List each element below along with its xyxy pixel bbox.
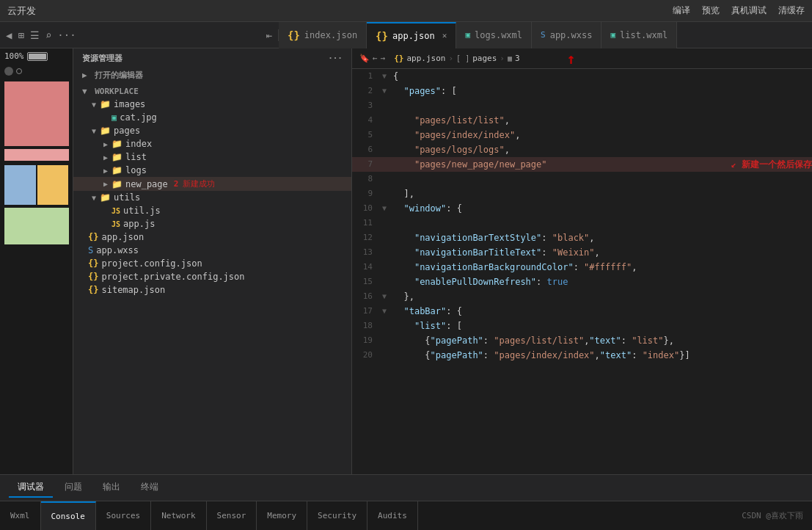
tree-item-utiljs[interactable]: JS util.js bbox=[73, 204, 351, 217]
tab-label: logs.wxml bbox=[475, 30, 522, 40]
code-line-13: 13 "navigationBarTitleText": "Weixin", bbox=[352, 245, 812, 260]
bottom-tab-debugger[interactable]: 调试器 bbox=[9, 478, 53, 498]
debug-tab-audits[interactable]: Audits bbox=[367, 501, 418, 530]
back-icon[interactable]: ◀ bbox=[6, 29, 12, 41]
more-icon[interactable]: ··· bbox=[328, 54, 343, 63]
code-line-19: 19 {"pagePath": "pages/list/list","text"… bbox=[352, 333, 812, 348]
arrow-annotation-up: ↑ bbox=[567, 50, 576, 68]
debug-tab-security[interactable]: Security bbox=[307, 501, 367, 530]
tree-item-index[interactable]: ▶ 📁 index bbox=[73, 137, 351, 150]
json-icon: {} bbox=[376, 30, 388, 42]
section-workplace: ▼ WORKPLACE bbox=[73, 85, 351, 98]
tab-app-wxss[interactable]: S app.wxss bbox=[532, 22, 601, 48]
search-icon[interactable]: ⌕ bbox=[45, 29, 51, 41]
code-line-7: 7 "pages/new_page/new_page" ↙ 新建一个然后保存 bbox=[352, 157, 812, 172]
more-icon[interactable]: ··· bbox=[57, 29, 76, 41]
preview-panel: 100% bbox=[0, 48, 73, 474]
action-clear[interactable]: 清缓存 bbox=[778, 4, 805, 17]
tree-item-sitemap[interactable]: {} sitemap.json bbox=[73, 283, 351, 297]
code-line-15: 15 "enablePullDownRefresh": true bbox=[352, 275, 812, 289]
tree-item-projectprivate[interactable]: {} project.private.config.json bbox=[73, 270, 351, 283]
folder-icon: 📁 bbox=[100, 192, 111, 203]
tab-app-json[interactable]: {} app.json ✕ bbox=[367, 22, 456, 48]
tree-item-appjson[interactable]: {} app.json bbox=[73, 230, 351, 244]
debug-tab-sensor[interactable]: Sensor bbox=[207, 501, 257, 530]
debug-bar: Wxml Console Sources Network Sensor Memo… bbox=[0, 501, 812, 530]
go-back-icon[interactable]: ⇤ bbox=[266, 29, 272, 41]
debug-tab-wxml[interactable]: Wxml bbox=[0, 501, 41, 530]
tree-item-new-page[interactable]: ▶ 📁 new_page 2 新建成功 bbox=[73, 177, 351, 191]
tabs-container: {} index.json {} app.json ✕ ▣ logs.wxml … bbox=[279, 22, 812, 48]
tree-item-appwxss[interactable]: S app.wxss bbox=[73, 244, 351, 257]
json-file-icon: {} bbox=[88, 285, 98, 295]
status-dots bbox=[0, 64, 73, 79]
bookmark-icon[interactable]: 🔖 bbox=[359, 54, 370, 63]
sidebar-header: 资源管理器 ··· bbox=[73, 48, 351, 68]
action-compile[interactable]: 编译 bbox=[673, 4, 690, 17]
step-annotation: 2 bbox=[174, 179, 179, 189]
nav-forward-icon[interactable]: → bbox=[381, 54, 386, 63]
bottom-tab-problems[interactable]: 问题 bbox=[56, 478, 91, 498]
breadcrumb-pages: pages bbox=[472, 54, 497, 63]
preview-block-green bbox=[4, 208, 69, 244]
action-preview[interactable]: 预览 bbox=[702, 4, 720, 17]
code-editor: 🔖 ← → {} app.json › [ ] pages › ▦ 3 ↑ 1 … bbox=[352, 48, 812, 474]
tree-item-utils[interactable]: ▼ 📁 utils bbox=[73, 191, 351, 204]
code-line-17: 17 ▼ "tabBar": { bbox=[352, 304, 812, 319]
code-line-12: 12 "navigationBarTextStyle": "black", bbox=[352, 230, 812, 245]
code-line-4: 4 "pages/list/list", bbox=[352, 113, 812, 128]
menu-icon[interactable]: ☰ bbox=[30, 29, 40, 41]
wxml-icon: ▣ bbox=[610, 30, 615, 40]
breadcrumb-icons: 🔖 ← → bbox=[359, 54, 385, 63]
debug-tab-memory[interactable]: Memory bbox=[257, 501, 307, 530]
breadcrumb-sep: › bbox=[448, 54, 453, 63]
preview-blocks bbox=[0, 164, 73, 206]
tab-list-wxml[interactable]: ▣ list.wxml bbox=[601, 22, 677, 48]
zoom-level: 100% bbox=[0, 48, 73, 64]
main-layout: 100% 资源管理器 ··· ▶ 打开的编辑器 bbox=[0, 48, 812, 474]
debug-tab-console[interactable]: Console bbox=[41, 501, 96, 530]
code-line-16: 16 ▼ }, bbox=[352, 289, 812, 304]
bottom-toolbar: 调试器 问题 输出 终端 bbox=[0, 474, 812, 501]
folder-arrow-icon: ▼ bbox=[88, 194, 100, 202]
app-title-area: 云开发 bbox=[7, 4, 36, 18]
nav-back-icon[interactable]: ← bbox=[373, 54, 378, 63]
tree-item-appjs[interactable]: JS app.js bbox=[73, 217, 351, 230]
debug-tab-network[interactable]: Network bbox=[151, 501, 206, 530]
wxss-icon: S bbox=[541, 30, 546, 40]
code-line-18: 18 "list": [ bbox=[352, 319, 812, 333]
code-line-14: 14 "navigationBarBackgroundColor": "#fff… bbox=[352, 260, 812, 275]
wxss-file-icon: S bbox=[88, 245, 93, 255]
folder-arrow-icon: ▶ bbox=[100, 180, 111, 188]
action-debug[interactable]: 真机调试 bbox=[731, 4, 767, 17]
debug-tab-sources[interactable]: Sources bbox=[96, 501, 151, 530]
tab-label: app.json bbox=[392, 31, 435, 41]
code-line-6: 6 "pages/logs/logs", bbox=[352, 142, 812, 157]
tree-item-images[interactable]: ▼ 📁 images bbox=[73, 98, 351, 111]
folder-icon: 📁 bbox=[111, 165, 122, 175]
split-icon[interactable]: ⊞ bbox=[18, 29, 23, 41]
bottom-tab-terminal[interactable]: 终端 bbox=[132, 478, 167, 498]
json-icon: {} bbox=[288, 29, 300, 41]
tree-item-pages[interactable]: ▼ 📁 pages bbox=[73, 124, 351, 137]
tab-index-json[interactable]: {} index.json bbox=[279, 22, 367, 48]
sidebar-content: ▶ 打开的编辑器 ▼ WORKPLACE ▼ 📁 images ▣ cat.jp… bbox=[73, 68, 351, 474]
arrow-down-annotation: ↙ 新建一个然后保存 bbox=[731, 157, 812, 172]
bottom-tab-output[interactable]: 输出 bbox=[94, 478, 129, 498]
tree-item-projectconfig[interactable]: {} project.config.json bbox=[73, 257, 351, 270]
tree-item-catjpg[interactable]: ▣ cat.jpg bbox=[73, 111, 351, 124]
folder-icon: 📁 bbox=[111, 179, 122, 189]
section-open-editors: ▶ 打开的编辑器 bbox=[73, 68, 351, 82]
tab-close-icon[interactable]: ✕ bbox=[442, 31, 447, 40]
preview-block-blue bbox=[4, 165, 36, 205]
tree-item-list[interactable]: ▶ 📁 list bbox=[73, 150, 351, 164]
tree-item-logs[interactable]: ▶ 📁 logs bbox=[73, 164, 351, 177]
folder-icon: 📁 bbox=[100, 126, 111, 136]
code-area[interactable]: 1 ▼ { 2 ▼ "pages": [ 3 4 "pages/list/lis… bbox=[352, 69, 812, 474]
tab-logs-wxml[interactable]: ▣ logs.wxml bbox=[456, 22, 532, 48]
code-line-11: 11 bbox=[352, 216, 812, 230]
folder-arrow-icon: ▶ bbox=[100, 167, 111, 175]
breadcrumb-json-icon: {} bbox=[394, 54, 403, 63]
dot-icon bbox=[16, 68, 22, 74]
folder-arrow-icon: ▶ bbox=[100, 153, 111, 161]
